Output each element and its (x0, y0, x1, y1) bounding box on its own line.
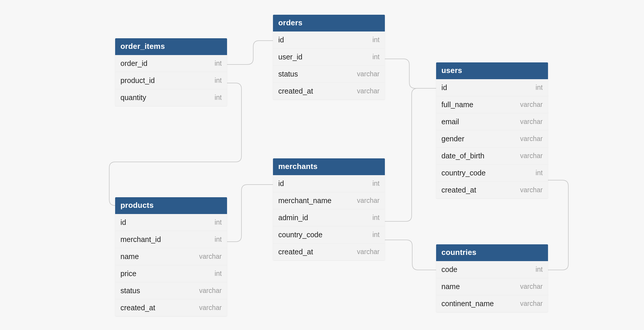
column-type: varchar (520, 152, 543, 160)
table-order-items[interactable]: order_items order_id int product_id int … (115, 38, 227, 106)
table-row[interactable]: id int (115, 214, 227, 231)
column-name: email (441, 117, 459, 126)
table-row[interactable]: id int (436, 79, 548, 96)
table-row[interactable]: id int (273, 175, 385, 192)
column-type: int (373, 214, 380, 222)
column-name: country_code (278, 230, 322, 239)
column-type: int (373, 231, 380, 239)
column-name: status (278, 70, 298, 78)
column-type: int (536, 84, 543, 92)
table-row[interactable]: product_id int (115, 72, 227, 89)
column-type: int (373, 53, 380, 61)
column-name: name (441, 282, 460, 291)
table-row[interactable]: country_code int (436, 165, 548, 182)
table-row[interactable]: created_at varchar (115, 299, 227, 316)
column-name: country_code (441, 169, 486, 177)
table-row[interactable]: order_id int (115, 55, 227, 72)
column-type: varchar (357, 248, 380, 256)
column-name: continent_name (441, 299, 494, 308)
column-type: int (373, 36, 380, 44)
column-type: varchar (357, 87, 380, 95)
table-row[interactable]: created_at varchar (273, 243, 385, 260)
table-row[interactable]: gender varchar (436, 130, 548, 147)
table-products[interactable]: products id int merchant_id int name var… (115, 197, 227, 316)
column-name: id (278, 36, 284, 44)
column-name: name (120, 252, 139, 261)
table-row[interactable]: created_at varchar (273, 83, 385, 100)
column-type: int (215, 218, 222, 226)
column-name: full_name (441, 100, 473, 109)
column-type: int (536, 266, 543, 273)
column-name: order_id (120, 59, 148, 68)
column-type: int (215, 236, 222, 243)
column-name: code (441, 265, 457, 274)
table-row[interactable]: name varchar (115, 248, 227, 265)
column-type: int (215, 270, 222, 278)
table-header: products (115, 197, 227, 214)
column-type: varchar (520, 283, 543, 291)
column-type: varchar (357, 197, 380, 205)
table-row[interactable]: code int (436, 261, 548, 278)
table-users[interactable]: users id int full_name varchar email var… (436, 62, 548, 198)
column-name: user_id (278, 53, 302, 61)
column-type: varchar (357, 70, 380, 78)
table-merchants[interactable]: merchants id int merchant_name varchar a… (273, 158, 385, 260)
table-row[interactable]: name varchar (436, 278, 548, 295)
column-name: merchant_name (278, 196, 332, 205)
table-row[interactable]: user_id int (273, 49, 385, 66)
column-name: id (441, 83, 447, 92)
column-type: int (536, 169, 543, 177)
column-name: created_at (120, 304, 155, 312)
column-type: varchar (520, 300, 543, 308)
column-name: created_at (441, 186, 476, 194)
column-type: int (373, 180, 380, 188)
table-countries[interactable]: countries code int name varchar continen… (436, 244, 548, 312)
table-header: countries (436, 244, 548, 261)
table-row[interactable]: status varchar (115, 282, 227, 299)
table-header: order_items (115, 38, 227, 55)
column-name: id (120, 218, 126, 227)
table-row[interactable]: created_at varchar (436, 182, 548, 198)
column-type: varchar (520, 101, 543, 109)
table-row[interactable]: quantity int (115, 89, 227, 106)
column-type: varchar (199, 287, 222, 295)
column-name: id (278, 179, 284, 188)
table-row[interactable]: continent_name varchar (436, 295, 548, 312)
table-header: orders (273, 15, 385, 31)
column-type: int (215, 59, 222, 67)
diagram-canvas[interactable]: order_items order_id int product_id int … (0, 0, 644, 330)
column-type: varchar (199, 253, 222, 261)
table-row[interactable]: full_name varchar (436, 96, 548, 113)
column-name: gender (441, 135, 464, 143)
table-orders[interactable]: orders id int user_id int status varchar… (273, 15, 385, 100)
table-row[interactable]: email varchar (436, 113, 548, 130)
table-row[interactable]: id int (273, 31, 385, 49)
table-row[interactable]: country_code int (273, 226, 385, 243)
column-name: status (120, 286, 140, 295)
table-row[interactable]: admin_id int (273, 209, 385, 226)
table-header: users (436, 62, 548, 79)
table-row[interactable]: status varchar (273, 66, 385, 83)
table-row[interactable]: merchant_name varchar (273, 192, 385, 209)
column-type: int (215, 77, 222, 84)
column-type: varchar (520, 186, 543, 194)
column-type: varchar (520, 135, 543, 143)
column-name: admin_id (278, 213, 308, 222)
column-name: product_id (120, 76, 155, 85)
column-name: merchant_id (120, 235, 161, 244)
table-header: merchants (273, 158, 385, 175)
column-type: varchar (520, 118, 543, 126)
column-name: date_of_birth (441, 152, 484, 160)
column-name: price (120, 269, 136, 278)
table-row[interactable]: price int (115, 265, 227, 282)
column-name: created_at (278, 248, 313, 256)
table-row[interactable]: date_of_birth varchar (436, 147, 548, 165)
column-type: varchar (199, 304, 222, 312)
column-name: quantity (120, 93, 146, 102)
column-name: created_at (278, 87, 313, 95)
column-type: int (215, 94, 222, 102)
table-row[interactable]: merchant_id int (115, 231, 227, 248)
